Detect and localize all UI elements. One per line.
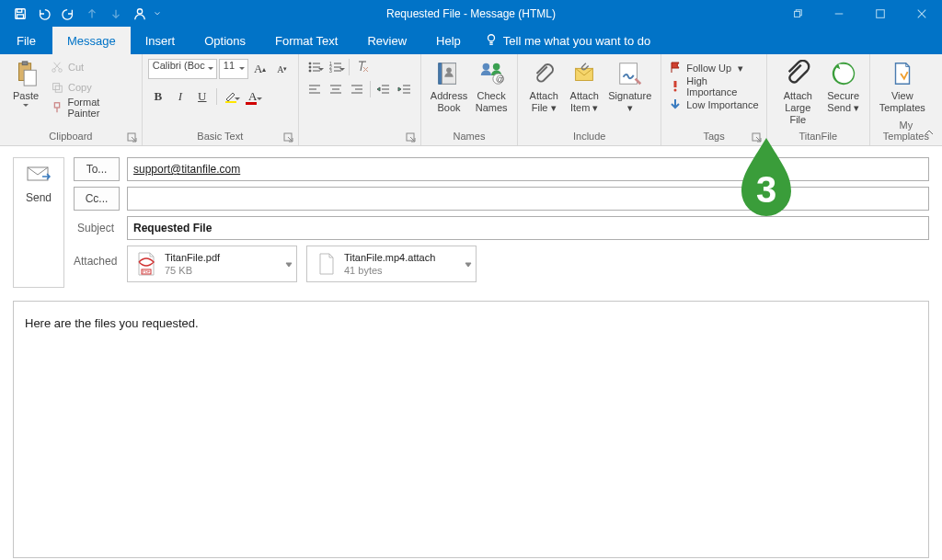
svg-point-26 (309, 63, 311, 64)
grow-font-button[interactable]: A▴ (250, 59, 270, 79)
template-icon (888, 59, 917, 88)
attach-file-button[interactable]: AttachFile ▾ (523, 57, 564, 114)
clipboard-icon (11, 59, 40, 88)
to-value: support@titanfile.com (133, 163, 240, 176)
svg-rect-2 (17, 14, 24, 17)
pdf-icon: PDF (133, 251, 159, 277)
to-field[interactable]: support@titanfile.com (127, 157, 929, 181)
message-body[interactable]: Here are the files you requested. (13, 301, 929, 558)
tab-insert[interactable]: Insert (131, 27, 190, 54)
cut-button[interactable]: Cut (46, 57, 136, 77)
view-templates-button[interactable]: ViewTemplates (876, 57, 929, 114)
highlight-button[interactable] (221, 86, 241, 107)
ribbon: Paste Cut Copy Format Painter Clipboard … (0, 54, 942, 146)
tab-format-text[interactable]: Format Text (260, 27, 352, 54)
svg-point-3 (137, 8, 142, 13)
subject-label: Subject (74, 222, 120, 234)
group-label-tags: Tags (667, 129, 761, 145)
tab-options[interactable]: Options (190, 27, 260, 54)
shrink-font-button[interactable]: A▾ (272, 59, 293, 79)
minimize-icon[interactable] (818, 0, 859, 27)
font-name-select[interactable]: Calibri (Boc (148, 59, 217, 79)
send-button[interactable]: Send (13, 157, 64, 288)
svg-line-17 (54, 63, 60, 69)
cc-field[interactable] (127, 187, 929, 211)
secure-send-button[interactable]: SecureSend ▾ (823, 57, 864, 114)
profile-icon[interactable] (129, 4, 151, 24)
save-icon[interactable] (9, 4, 31, 24)
to-button[interactable]: To... (74, 157, 120, 181)
paragraph-launcher-icon[interactable] (406, 131, 419, 143)
format-painter-button[interactable]: Format Painter (46, 97, 136, 118)
svg-rect-20 (55, 86, 62, 92)
svg-text:PDF: PDF (143, 269, 151, 274)
signature-button[interactable]: Signature▾ (604, 57, 655, 114)
svg-text:3: 3 (329, 68, 332, 74)
follow-up-button[interactable]: Follow Up▾ (667, 59, 761, 77)
bold-button[interactable]: B (148, 86, 168, 107)
arrow-down-icon (669, 97, 682, 112)
clipboard-launcher-icon[interactable] (127, 131, 140, 143)
cc-button[interactable]: Cc... (74, 187, 120, 211)
svg-point-64 (674, 89, 677, 92)
svg-point-28 (309, 66, 311, 68)
chevron-down-icon[interactable] (465, 256, 472, 272)
tab-review[interactable]: Review (352, 27, 421, 54)
attachment-item[interactable]: PDF TitanFile.pdf75 KB (127, 246, 297, 282)
svg-line-18 (54, 63, 60, 69)
chevron-down-icon[interactable] (285, 256, 293, 272)
collapse-ribbon-icon[interactable] (924, 125, 935, 142)
redo-icon[interactable] (57, 4, 79, 24)
high-importance-button[interactable]: High Importance (667, 77, 761, 96)
attach-large-file-button[interactable]: AttachLarge File (773, 57, 823, 127)
decrease-indent-button[interactable] (373, 79, 394, 99)
tell-me-label: Tell me what you want to do (503, 34, 650, 48)
underline-button[interactable]: U (192, 86, 213, 107)
svg-point-57 (483, 63, 490, 71)
subject-field[interactable]: Requested File (127, 216, 929, 240)
compose-area: Send To... support@titanfile.com Cc... S… (0, 146, 942, 288)
check-names-button[interactable]: @ CheckNames (471, 57, 511, 114)
align-left-button[interactable] (304, 79, 325, 99)
exclamation-icon (669, 79, 682, 94)
group-label-paragraph (304, 129, 415, 145)
tell-me-search[interactable]: Tell me what you want to do (476, 27, 660, 54)
italic-button[interactable]: I (170, 86, 190, 107)
align-right-button[interactable] (347, 79, 367, 99)
basictext-launcher-icon[interactable] (283, 131, 296, 143)
font-color-button[interactable]: A (243, 86, 263, 107)
bullets-button[interactable] (304, 57, 325, 77)
font-size-select[interactable]: 11 (219, 59, 248, 79)
tags-launcher-icon[interactable] (752, 131, 764, 143)
copy-button[interactable]: Copy (46, 77, 136, 97)
group-titanfile: AttachLarge File SecureSend ▾ TitanFile (767, 54, 870, 145)
svg-rect-6 (876, 9, 884, 17)
attachment-item[interactable]: TitanFile.mp4.attach41 bytes (306, 246, 477, 282)
attach-item-button[interactable]: AttachItem ▾ (564, 57, 604, 114)
group-label-titanfile: TitanFile (773, 129, 864, 145)
attach-item-icon (569, 59, 599, 88)
align-center-button[interactable] (326, 79, 346, 99)
tab-message[interactable]: Message (52, 27, 131, 54)
secure-send-icon (829, 59, 858, 88)
attachment-name: TitanFile.pdf (165, 251, 220, 264)
low-importance-button[interactable]: Low Importance (667, 96, 761, 114)
group-basic-text: Calibri (Boc 11 A▴ A▾ B I U A Basic Text (143, 54, 299, 145)
restore-window-icon[interactable] (776, 0, 818, 27)
qat-menu-caret-icon[interactable] (153, 10, 162, 17)
paste-button[interactable]: Paste (6, 57, 46, 109)
attachments: PDF TitanFile.pdf75 KB TitanFile.mp4.att… (127, 246, 477, 282)
increase-indent-button[interactable] (395, 79, 415, 99)
clear-formatting-button[interactable] (352, 57, 373, 77)
tab-help[interactable]: Help (421, 27, 476, 54)
tab-file[interactable]: File (0, 27, 52, 54)
address-book-button[interactable]: AddressBook (427, 57, 471, 114)
signature-icon (615, 59, 645, 88)
close-icon[interactable] (901, 0, 942, 27)
bulb-icon (485, 33, 498, 49)
flag-icon (669, 61, 682, 75)
maximize-icon[interactable] (859, 0, 901, 27)
numbering-button[interactable]: 123 (326, 57, 346, 77)
group-paragraph: 123 (299, 54, 421, 145)
undo-icon[interactable] (33, 4, 55, 24)
